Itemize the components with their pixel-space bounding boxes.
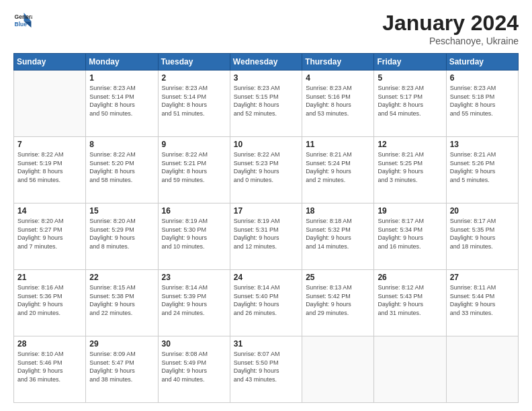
table-row bbox=[374, 336, 446, 403]
day-number: 10 bbox=[234, 140, 298, 149]
table-row: 5Sunrise: 8:23 AM Sunset: 5:17 PM Daylig… bbox=[374, 71, 446, 137]
day-number: 29 bbox=[89, 339, 154, 349]
day-info: Sunrise: 8:19 AM Sunset: 5:30 PM Dayligh… bbox=[162, 217, 226, 250]
table-row bbox=[14, 71, 86, 137]
day-number: 9 bbox=[162, 140, 226, 149]
table-row: 10Sunrise: 8:22 AM Sunset: 5:23 PM Dayli… bbox=[230, 137, 302, 203]
table-row: 28Sunrise: 8:10 AM Sunset: 5:46 PM Dayli… bbox=[14, 336, 86, 403]
day-number: 4 bbox=[306, 73, 370, 83]
day-number: 6 bbox=[450, 73, 515, 83]
table-row: 19Sunrise: 8:17 AM Sunset: 5:34 PM Dayli… bbox=[374, 203, 446, 270]
calendar-week-row: 21Sunrise: 8:16 AM Sunset: 5:36 PM Dayli… bbox=[14, 270, 519, 336]
day-number: 19 bbox=[378, 206, 442, 216]
day-info: Sunrise: 8:15 AM Sunset: 5:38 PM Dayligh… bbox=[89, 283, 154, 317]
table-row: 14Sunrise: 8:20 AM Sunset: 5:27 PM Dayli… bbox=[14, 203, 86, 270]
day-info: Sunrise: 8:13 AM Sunset: 5:42 PM Dayligh… bbox=[306, 283, 370, 317]
day-info: Sunrise: 8:09 AM Sunset: 5:47 PM Dayligh… bbox=[89, 350, 154, 383]
table-row: 21Sunrise: 8:16 AM Sunset: 5:36 PM Dayli… bbox=[14, 270, 86, 336]
day-info: Sunrise: 8:16 AM Sunset: 5:36 PM Dayligh… bbox=[17, 283, 82, 317]
day-number: 21 bbox=[17, 273, 82, 282]
day-info: Sunrise: 8:18 AM Sunset: 5:32 PM Dayligh… bbox=[306, 217, 370, 250]
table-row: 24Sunrise: 8:14 AM Sunset: 5:40 PM Dayli… bbox=[230, 270, 302, 336]
day-number: 20 bbox=[450, 206, 515, 216]
day-info: Sunrise: 8:17 AM Sunset: 5:35 PM Dayligh… bbox=[450, 217, 515, 250]
day-number: 3 bbox=[234, 73, 298, 83]
table-row: 18Sunrise: 8:18 AM Sunset: 5:32 PM Dayli… bbox=[302, 203, 374, 270]
day-number: 14 bbox=[17, 206, 82, 216]
day-number: 23 bbox=[162, 273, 226, 282]
table-row: 30Sunrise: 8:08 AM Sunset: 5:49 PM Dayli… bbox=[158, 336, 230, 403]
table-row: 2Sunrise: 8:23 AM Sunset: 5:14 PM Daylig… bbox=[158, 71, 230, 137]
day-info: Sunrise: 8:20 AM Sunset: 5:29 PM Dayligh… bbox=[89, 217, 154, 250]
table-row: 4Sunrise: 8:23 AM Sunset: 5:16 PM Daylig… bbox=[302, 71, 374, 137]
svg-text:General: General bbox=[15, 13, 32, 20]
day-number: 1 bbox=[89, 73, 154, 83]
day-number: 18 bbox=[306, 206, 370, 216]
logo: General Blue bbox=[13, 11, 32, 30]
day-number: 8 bbox=[89, 140, 154, 149]
table-row: 22Sunrise: 8:15 AM Sunset: 5:38 PM Dayli… bbox=[86, 270, 158, 336]
table-row: 3Sunrise: 8:23 AM Sunset: 5:15 PM Daylig… bbox=[230, 71, 302, 137]
table-row: 15Sunrise: 8:20 AM Sunset: 5:29 PM Dayli… bbox=[86, 203, 158, 270]
table-row: 16Sunrise: 8:19 AM Sunset: 5:30 PM Dayli… bbox=[158, 203, 230, 270]
day-info: Sunrise: 8:17 AM Sunset: 5:34 PM Dayligh… bbox=[378, 217, 442, 250]
day-number: 28 bbox=[17, 339, 82, 349]
table-row: 20Sunrise: 8:17 AM Sunset: 5:35 PM Dayli… bbox=[446, 203, 518, 270]
header-tuesday: Tuesday bbox=[158, 54, 230, 71]
day-info: Sunrise: 8:19 AM Sunset: 5:31 PM Dayligh… bbox=[234, 217, 298, 250]
header-sunday: Sunday bbox=[14, 54, 86, 71]
header-monday: Monday bbox=[86, 54, 158, 71]
day-info: Sunrise: 8:22 AM Sunset: 5:19 PM Dayligh… bbox=[17, 150, 82, 184]
table-row: 8Sunrise: 8:22 AM Sunset: 5:20 PM Daylig… bbox=[86, 137, 158, 203]
svg-text:Blue: Blue bbox=[15, 21, 28, 28]
day-number: 12 bbox=[378, 140, 442, 149]
day-info: Sunrise: 8:23 AM Sunset: 5:14 PM Dayligh… bbox=[89, 84, 154, 118]
day-info: Sunrise: 8:23 AM Sunset: 5:17 PM Dayligh… bbox=[378, 84, 442, 118]
table-row: 27Sunrise: 8:11 AM Sunset: 5:44 PM Dayli… bbox=[446, 270, 518, 336]
day-info: Sunrise: 8:12 AM Sunset: 5:43 PM Dayligh… bbox=[378, 283, 442, 317]
table-row bbox=[446, 336, 518, 403]
table-row: 6Sunrise: 8:23 AM Sunset: 5:18 PM Daylig… bbox=[446, 71, 518, 137]
day-info: Sunrise: 8:20 AM Sunset: 5:27 PM Dayligh… bbox=[17, 217, 82, 250]
page: General Blue January 2024 Peschanoye, Uk… bbox=[0, 0, 532, 411]
day-number: 13 bbox=[450, 140, 515, 149]
table-row: 12Sunrise: 8:21 AM Sunset: 5:25 PM Dayli… bbox=[374, 137, 446, 203]
day-number: 22 bbox=[89, 273, 154, 282]
table-row: 26Sunrise: 8:12 AM Sunset: 5:43 PM Dayli… bbox=[374, 270, 446, 336]
calendar-week-row: 1Sunrise: 8:23 AM Sunset: 5:14 PM Daylig… bbox=[14, 71, 519, 137]
weekday-header-row: Sunday Monday Tuesday Wednesday Thursday… bbox=[14, 54, 519, 71]
calendar-table: Sunday Monday Tuesday Wednesday Thursday… bbox=[13, 53, 519, 403]
day-info: Sunrise: 8:23 AM Sunset: 5:15 PM Dayligh… bbox=[234, 84, 298, 118]
day-number: 26 bbox=[378, 273, 442, 282]
header-thursday: Thursday bbox=[302, 54, 374, 71]
header-friday: Friday bbox=[374, 54, 446, 71]
table-row: 31Sunrise: 8:07 AM Sunset: 5:50 PM Dayli… bbox=[230, 336, 302, 403]
day-info: Sunrise: 8:23 AM Sunset: 5:16 PM Dayligh… bbox=[306, 84, 370, 118]
day-info: Sunrise: 8:10 AM Sunset: 5:46 PM Dayligh… bbox=[17, 350, 82, 383]
day-number: 16 bbox=[162, 206, 226, 216]
day-info: Sunrise: 8:22 AM Sunset: 5:23 PM Dayligh… bbox=[234, 150, 298, 184]
calendar-week-row: 28Sunrise: 8:10 AM Sunset: 5:46 PM Dayli… bbox=[14, 336, 519, 403]
table-row: 17Sunrise: 8:19 AM Sunset: 5:31 PM Dayli… bbox=[230, 203, 302, 270]
table-row: 29Sunrise: 8:09 AM Sunset: 5:47 PM Dayli… bbox=[86, 336, 158, 403]
title-block: January 2024 Peschanoye, Ukraine bbox=[382, 11, 519, 46]
header-saturday: Saturday bbox=[446, 54, 518, 71]
table-row: 1Sunrise: 8:23 AM Sunset: 5:14 PM Daylig… bbox=[86, 71, 158, 137]
day-number: 15 bbox=[89, 206, 154, 216]
logo-icon: General Blue bbox=[13, 11, 32, 30]
day-number: 25 bbox=[306, 273, 370, 282]
day-info: Sunrise: 8:14 AM Sunset: 5:39 PM Dayligh… bbox=[162, 283, 226, 317]
day-number: 2 bbox=[162, 73, 226, 83]
day-info: Sunrise: 8:21 AM Sunset: 5:24 PM Dayligh… bbox=[306, 150, 370, 184]
table-row: 7Sunrise: 8:22 AM Sunset: 5:19 PM Daylig… bbox=[14, 137, 86, 203]
day-info: Sunrise: 8:21 AM Sunset: 5:26 PM Dayligh… bbox=[450, 150, 515, 184]
table-row: 9Sunrise: 8:22 AM Sunset: 5:21 PM Daylig… bbox=[158, 137, 230, 203]
calendar-location: Peschanoye, Ukraine bbox=[382, 36, 519, 46]
table-row: 25Sunrise: 8:13 AM Sunset: 5:42 PM Dayli… bbox=[302, 270, 374, 336]
table-row: 23Sunrise: 8:14 AM Sunset: 5:39 PM Dayli… bbox=[158, 270, 230, 336]
header-wednesday: Wednesday bbox=[230, 54, 302, 71]
day-info: Sunrise: 8:23 AM Sunset: 5:14 PM Dayligh… bbox=[162, 84, 226, 118]
day-number: 5 bbox=[378, 73, 442, 83]
day-info: Sunrise: 8:11 AM Sunset: 5:44 PM Dayligh… bbox=[450, 283, 515, 317]
day-number: 11 bbox=[306, 140, 370, 149]
